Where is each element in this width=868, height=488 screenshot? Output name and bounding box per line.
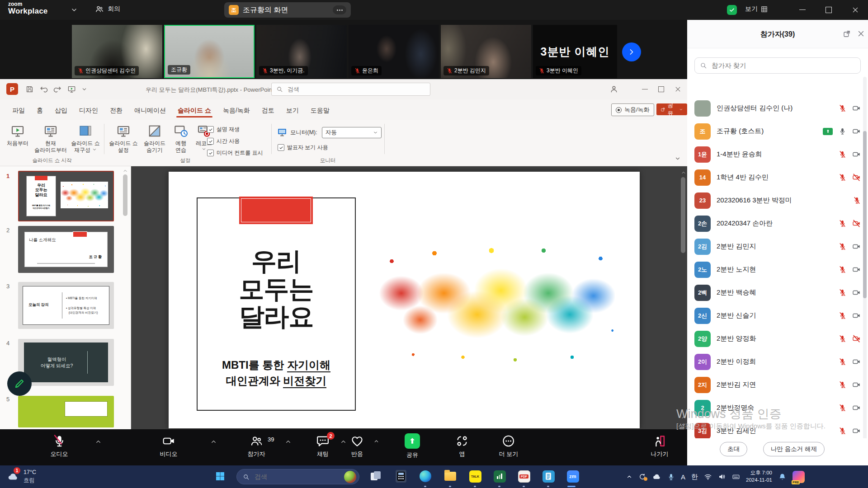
spreadsheet-app-icon[interactable] bbox=[493, 469, 506, 483]
muted-mic-icon[interactable] bbox=[839, 174, 846, 181]
muted-mic-icon[interactable] bbox=[839, 404, 846, 412]
ppt-share-button[interactable]: 공유 bbox=[656, 103, 687, 115]
participant-row[interactable]: 2지 2분반김 지연 bbox=[687, 373, 868, 396]
participant-row[interactable]: 2백 2분반 백승혜 bbox=[687, 281, 868, 304]
tab-animations[interactable]: 애니메이션 bbox=[128, 107, 172, 120]
video-tile[interactable]: 2분반 김민지 bbox=[441, 25, 531, 78]
collapse-ribbon-chevron-icon[interactable] bbox=[675, 155, 681, 162]
slide-thumbnail-4[interactable]: 혈액형이어떻게 되세요? bbox=[18, 339, 114, 386]
popout-icon[interactable] bbox=[843, 30, 851, 38]
tray-mic-icon[interactable] bbox=[667, 473, 675, 481]
close-panel-icon[interactable] bbox=[857, 30, 865, 38]
reactions-button[interactable]: 반응 bbox=[350, 434, 364, 458]
participant-row[interactable]: 2손 202420347 손아란 bbox=[687, 212, 868, 235]
powerpoint-logo-icon[interactable]: P bbox=[6, 83, 18, 95]
previous-slide-icon[interactable] bbox=[681, 415, 686, 420]
slide-thumbnail-2[interactable]: 나를 소개해요 조 규 황 bbox=[18, 226, 114, 273]
camera-on-icon[interactable] bbox=[852, 404, 861, 412]
participant-row[interactable]: 2신 2분반 신슬기 bbox=[687, 304, 868, 327]
tab-view[interactable]: 보기 bbox=[280, 107, 305, 120]
monitor-select[interactable]: 자동 bbox=[322, 127, 382, 138]
tab-help[interactable]: 도움말 bbox=[305, 107, 335, 120]
from-beginning-button[interactable]: 처음부터 bbox=[4, 124, 32, 147]
thumbnail-scrollbar[interactable] bbox=[123, 174, 127, 216]
video-tile[interactable]: 3분반, 이기금. bbox=[256, 25, 347, 78]
mic-on-icon[interactable] bbox=[839, 127, 846, 135]
camera-on-icon[interactable] bbox=[852, 150, 861, 159]
muted-mic-icon[interactable] bbox=[839, 427, 846, 435]
notification-bell-icon[interactable] bbox=[778, 473, 787, 481]
pdf-app-icon[interactable]: PDF bbox=[517, 469, 531, 483]
taskbar-temp[interactable]: 17°C bbox=[24, 469, 36, 477]
canvas-scroll-up-icon[interactable] bbox=[681, 170, 686, 175]
muted-mic-icon[interactable] bbox=[839, 312, 846, 319]
clock[interactable]: 오후 7:00 2024-11-01 bbox=[746, 469, 772, 483]
notes-app-icon[interactable] bbox=[542, 469, 555, 483]
ppt-search-box[interactable] bbox=[271, 83, 430, 96]
muted-mic-icon[interactable] bbox=[839, 266, 846, 273]
taskbar-search-input[interactable] bbox=[254, 473, 332, 481]
muted-mic-icon[interactable] bbox=[839, 358, 846, 366]
camera-off-icon[interactable] bbox=[852, 334, 861, 343]
task-view-icon[interactable] bbox=[369, 469, 382, 483]
tab-transitions[interactable]: 전환 bbox=[104, 107, 128, 120]
video-tile-active-speaker[interactable]: 조규황 bbox=[164, 25, 255, 78]
more-button[interactable]: 더 보기 bbox=[499, 434, 519, 458]
participant-row[interactable]: 2이 2분반 이정희 bbox=[687, 350, 868, 373]
maximize-button[interactable] bbox=[826, 7, 832, 13]
thumbnail-scroll-up-icon[interactable] bbox=[123, 168, 128, 174]
sync-icon[interactable] bbox=[638, 473, 646, 481]
tray-expand-chevron-icon[interactable] bbox=[626, 474, 632, 480]
camera-off-icon[interactable] bbox=[852, 173, 861, 182]
tab-meeting[interactable]: 회의 bbox=[95, 5, 120, 14]
touch-keyboard-icon[interactable] bbox=[732, 473, 740, 481]
participant-row-host[interactable]: 조 조규황 (호스트) bbox=[687, 120, 868, 143]
muted-mic-icon[interactable] bbox=[839, 243, 846, 250]
use-timings-checkbox[interactable]: 시간 사용 bbox=[207, 137, 240, 145]
file-explorer-icon[interactable] bbox=[443, 469, 457, 483]
volume-icon[interactable] bbox=[718, 473, 726, 481]
tab-slideshow-active[interactable]: 슬라이드 쇼 bbox=[172, 107, 217, 120]
play-narrations-checkbox[interactable]: 설명 재생 bbox=[207, 126, 240, 133]
camera-on-icon[interactable] bbox=[852, 127, 861, 136]
camera-on-icon[interactable] bbox=[852, 311, 861, 320]
camera-on-icon[interactable] bbox=[852, 427, 861, 435]
use-presenter-view-checkbox[interactable]: 발표자 보기 사용 bbox=[278, 144, 328, 151]
redo-icon[interactable] bbox=[53, 85, 62, 94]
ppt-close-button[interactable] bbox=[675, 86, 681, 93]
muted-mic-icon[interactable] bbox=[839, 104, 846, 112]
audio-chevron-icon[interactable] bbox=[95, 438, 102, 445]
participant-search-box[interactable] bbox=[694, 57, 861, 74]
muted-mic-icon[interactable] bbox=[839, 220, 846, 227]
camera-off-icon[interactable] bbox=[852, 219, 861, 228]
muted-mic-icon[interactable] bbox=[839, 150, 846, 158]
camera-on-icon[interactable] bbox=[852, 288, 861, 297]
customize-qat-chevron-icon[interactable] bbox=[81, 86, 87, 92]
invite-button[interactable]: 초대 bbox=[720, 442, 747, 456]
participant-row[interactable]: 1윤 1-4분반 윤승희 bbox=[687, 143, 868, 166]
participant-row[interactable]: 2노 2분반 노지현 bbox=[687, 258, 868, 281]
setup-slideshow-button[interactable]: 슬라이드 쇼설정 bbox=[107, 124, 140, 154]
camera-on-icon[interactable] bbox=[852, 357, 861, 366]
participant-row[interactable]: 2김 2분반 김민지 bbox=[687, 235, 868, 258]
security-shield-icon[interactable] bbox=[727, 5, 737, 15]
slide-thumbnail-3[interactable]: 오늘의 강의 • MBTI를 통한 자기이해 • 성격유형별 특성 이해 (대인… bbox=[18, 282, 114, 329]
video-tile[interactable]: 윤은희 bbox=[349, 25, 439, 78]
tab-review[interactable]: 검토 bbox=[256, 107, 280, 120]
leave-button[interactable]: 나가기 bbox=[651, 434, 669, 458]
custom-slideshow-button[interactable]: 슬라이드 쇼 재구성 bbox=[69, 124, 102, 154]
account-icon[interactable] bbox=[609, 84, 618, 94]
minimize-button[interactable] bbox=[799, 9, 806, 17]
participant-row[interactable]: 2 2분반정명숙 bbox=[687, 396, 868, 419]
annotation-pencil-button[interactable] bbox=[7, 371, 32, 396]
next-page-button[interactable] bbox=[622, 42, 641, 61]
muted-mic-icon[interactable] bbox=[839, 381, 846, 389]
copilot-preview-icon[interactable]: PRE bbox=[793, 471, 805, 483]
slide-thumbnail-5[interactable] bbox=[18, 396, 114, 427]
kakaotalk-icon[interactable]: TALK bbox=[468, 469, 482, 483]
slide-thumbnail-1-selected[interactable]: 우리모두는달라요 MBTI를 통한 자기이해 대인관계와 비전찾기 bbox=[18, 171, 114, 221]
undo-icon[interactable] bbox=[39, 85, 48, 94]
participants-chevron-icon[interactable] bbox=[285, 438, 292, 445]
ppt-minimize-button[interactable] bbox=[642, 89, 648, 89]
view-button[interactable]: 보기 bbox=[745, 5, 768, 13]
